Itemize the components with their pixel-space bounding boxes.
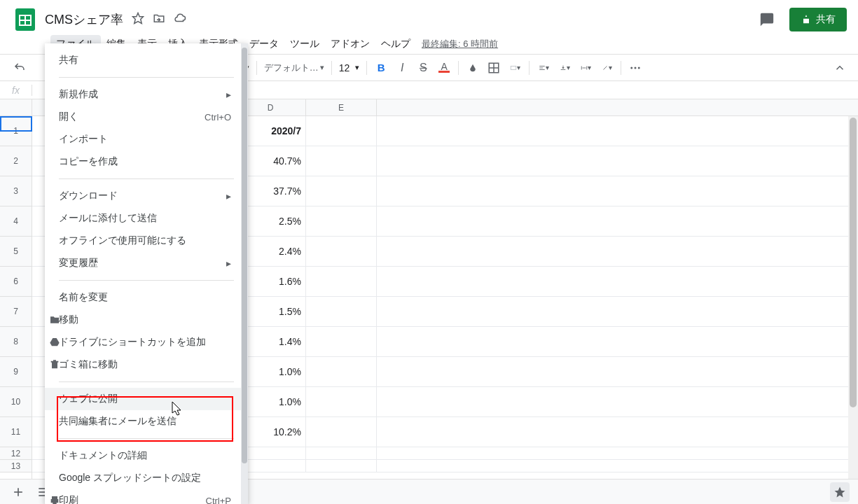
- svg-rect-8: [511, 66, 516, 69]
- menu-tools[interactable]: ツール: [284, 35, 325, 53]
- row-header[interactable]: 5: [0, 237, 32, 267]
- cell[interactable]: [306, 237, 377, 266]
- row-header[interactable]: 6: [0, 267, 32, 297]
- cell[interactable]: [306, 176, 377, 206]
- menu-separator: [59, 77, 234, 78]
- vertical-scrollbar[interactable]: [848, 116, 858, 479]
- cell[interactable]: [306, 327, 377, 356]
- cloud-status-icon[interactable]: [174, 12, 186, 27]
- row-headers: 12345678910111213: [0, 99, 32, 479]
- row-header[interactable]: 4: [0, 206, 32, 237]
- row-header[interactable]: 3: [0, 176, 32, 206]
- row-header[interactable]: 8: [0, 327, 32, 357]
- move-folder-icon[interactable]: [153, 12, 165, 27]
- title-bar: CMSシェア率 共有: [0, 0, 858, 34]
- text-color-button[interactable]: A: [434, 58, 454, 78]
- svg-point-16: [635, 66, 637, 69]
- dropdown-scrollbar[interactable]: [241, 43, 248, 504]
- cell[interactable]: [306, 357, 377, 386]
- sheets-logo[interactable]: [11, 6, 39, 34]
- italic-button[interactable]: I: [392, 58, 412, 78]
- wrap-button[interactable]: ▾: [576, 58, 595, 78]
- row-header[interactable]: 2: [0, 146, 32, 176]
- v-align-button[interactable]: ▾: [555, 58, 574, 78]
- menu-item-変更履歴[interactable]: 変更履歴▸: [45, 252, 248, 274]
- cell[interactable]: [306, 460, 377, 472]
- menu-item-名前を変更[interactable]: 名前を変更: [45, 286, 248, 309]
- row-header[interactable]: 12: [0, 447, 32, 460]
- cell[interactable]: [306, 116, 377, 146]
- title-actions: [132, 12, 186, 27]
- menu-separator: [59, 280, 234, 281]
- svg-point-17: [638, 66, 640, 69]
- document-title[interactable]: CMSシェア率: [45, 11, 123, 28]
- h-align-button[interactable]: ▾: [534, 58, 553, 78]
- menu-item-メールに添付して送信[interactable]: メールに添付して送信: [45, 207, 248, 230]
- rotate-button[interactable]: ▾: [597, 58, 616, 78]
- menu-item-新規作成[interactable]: 新規作成▸: [45, 83, 248, 106]
- menu-item-共同編集者にメールを送信[interactable]: 共同編集者にメールを送信: [45, 410, 248, 433]
- select-all-cell[interactable]: [0, 99, 32, 116]
- menu-item-ダウンロード[interactable]: ダウンロード▸: [45, 185, 248, 207]
- menu-item-ドキュメントの詳細[interactable]: ドキュメントの詳細: [45, 444, 248, 467]
- menu-help[interactable]: ヘルプ: [375, 35, 416, 53]
- mouse-cursor: [169, 400, 184, 420]
- menu-item-共有[interactable]: 共有: [45, 49, 248, 71]
- cell[interactable]: [306, 146, 377, 176]
- cell[interactable]: [306, 447, 377, 459]
- menu-separator: [59, 438, 234, 439]
- menu-item-ゴミ箱に移動[interactable]: ゴミ箱に移動: [45, 354, 248, 376]
- comments-button[interactable]: [756, 8, 778, 31]
- row-header[interactable]: 9: [0, 357, 32, 387]
- menu-item-ウェブに公開[interactable]: ウェブに公開: [45, 388, 248, 410]
- menu-item-印刷[interactable]: 印刷Ctrl+P: [45, 489, 248, 504]
- fx-icon: fx: [0, 85, 32, 96]
- row-header[interactable]: 13: [0, 460, 32, 472]
- menu-separator: [59, 178, 234, 179]
- share-button-label: 共有: [816, 13, 836, 26]
- row-header[interactable]: 1: [0, 116, 32, 146]
- svg-point-15: [631, 66, 633, 69]
- menu-separator: [59, 382, 234, 382]
- star-icon[interactable]: [132, 12, 144, 27]
- font-size-select[interactable]: 12 ▾: [336, 62, 362, 74]
- menu-item-インポート[interactable]: インポート: [45, 128, 248, 150]
- menu-item-ドライブにショートカットを追加[interactable]: ドライブにショートカットを追加: [45, 331, 248, 354]
- row-header[interactable]: 7: [0, 297, 32, 327]
- menu-item-コピーを作成[interactable]: コピーを作成: [45, 150, 248, 173]
- cell[interactable]: [306, 297, 377, 326]
- undo-button[interactable]: [10, 58, 29, 78]
- row-header[interactable]: 10: [0, 387, 32, 417]
- bold-button[interactable]: B: [371, 58, 391, 78]
- menu-addons[interactable]: アドオン: [325, 35, 375, 53]
- add-sheet-button[interactable]: [8, 482, 28, 502]
- cell[interactable]: [306, 206, 377, 236]
- row-header[interactable]: 11: [0, 417, 32, 447]
- last-edit-link[interactable]: 最終編集: 6 時間前: [422, 38, 498, 50]
- fill-color-button[interactable]: [463, 58, 483, 78]
- menu-data[interactable]: データ: [244, 35, 284, 53]
- col-header[interactable]: E: [306, 99, 377, 115]
- menu-item-オフラインで使用可能にする[interactable]: オフラインで使用可能にする: [45, 230, 248, 252]
- menu-item-移動[interactable]: 移動: [45, 309, 248, 331]
- file-menu-dropdown: 共有新規作成▸開くCtrl+Oインポートコピーを作成ダウンロード▸メールに添付し…: [45, 43, 248, 504]
- font-select[interactable]: デフォルト…▾: [261, 62, 327, 74]
- more-button[interactable]: [625, 58, 645, 78]
- collapse-toolbar-button[interactable]: [830, 58, 850, 78]
- share-button[interactable]: 共有: [789, 8, 847, 31]
- menu-item-開く[interactable]: 開くCtrl+O: [45, 106, 248, 128]
- strikethrough-button[interactable]: S: [413, 58, 433, 78]
- explore-button[interactable]: [830, 482, 850, 502]
- borders-button[interactable]: [484, 58, 504, 78]
- cell[interactable]: [306, 387, 377, 416]
- cell[interactable]: [306, 417, 377, 447]
- menu-item-Google スプレッドシートの設定[interactable]: Google スプレッドシートの設定: [45, 467, 248, 489]
- cell[interactable]: [306, 267, 377, 296]
- merge-cells-button[interactable]: ▾: [505, 58, 525, 78]
- svg-marker-4: [133, 13, 144, 24]
